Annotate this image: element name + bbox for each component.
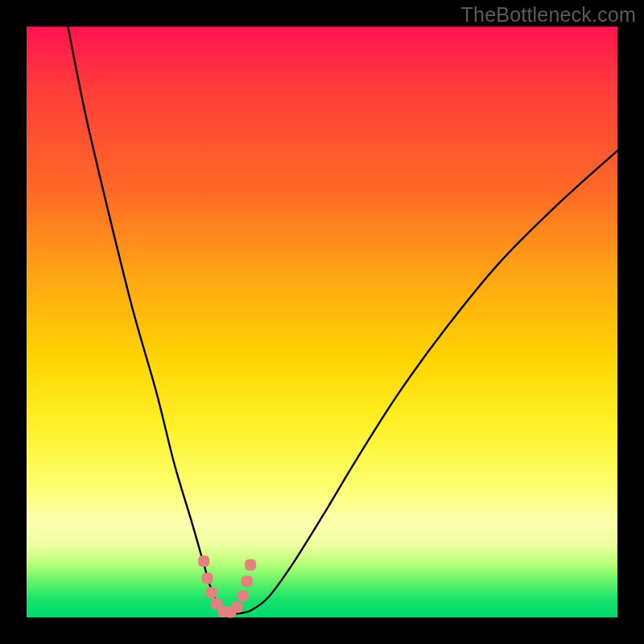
optimum-marker — [237, 591, 249, 602]
watermark-text: TheBottleneck.com — [461, 3, 636, 27]
chart-frame: TheBottleneck.com — [0, 0, 644, 644]
bottleneck-curve-path — [68, 27, 617, 614]
optimum-marker — [206, 587, 217, 598]
plot-area — [27, 27, 617, 617]
optimum-marker — [198, 555, 209, 567]
optimum-marker — [202, 573, 213, 584]
optimum-marker — [231, 602, 242, 613]
bottleneck-curve — [27, 27, 617, 617]
optimum-marker — [242, 576, 253, 587]
optimum-marker — [245, 559, 256, 571]
